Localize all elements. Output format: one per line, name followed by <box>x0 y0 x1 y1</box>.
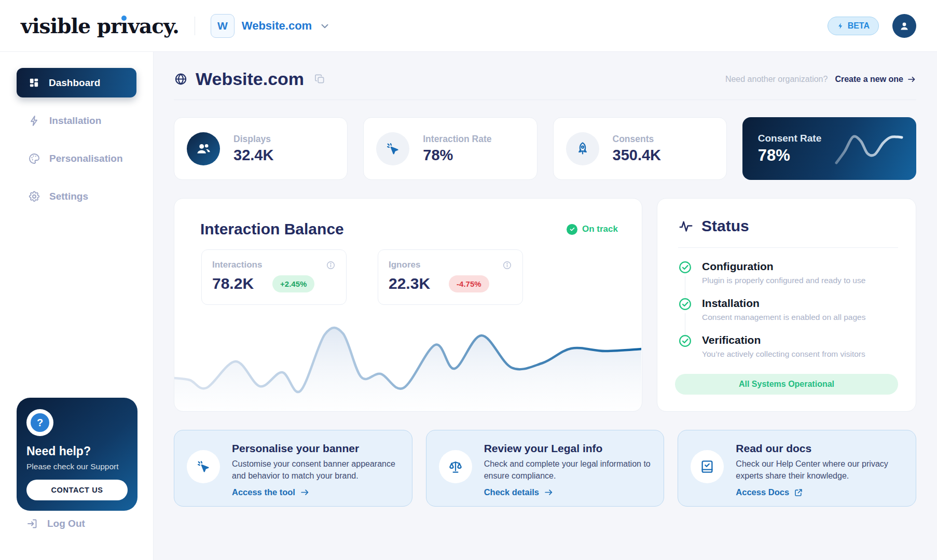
sidebar-item-dashboard[interactable]: Dashboard <box>17 68 136 97</box>
org-initial-badge: W <box>211 14 235 38</box>
status-item-title: Verification <box>702 334 865 346</box>
main-content: Website.com Need another organization? C… <box>153 52 937 560</box>
contact-us-button[interactable]: CONTACT US <box>26 480 128 500</box>
access-docs-link[interactable]: Access Docs <box>736 487 904 497</box>
avatar[interactable] <box>892 14 916 38</box>
topbar-right: BETA <box>828 14 916 38</box>
access-the-tool-link[interactable]: Access the tool <box>232 487 401 497</box>
top-bar: visible prıvacy. W Website.com BETA <box>0 0 937 52</box>
metric-delta-badge: -4.75% <box>449 275 489 292</box>
check-details-link[interactable]: Check details <box>484 487 653 497</box>
logo-text: visible pr <box>21 14 121 38</box>
activity-icon <box>678 218 694 234</box>
metric-delta-badge: +2.45% <box>272 275 314 292</box>
consent-rate-sparkline <box>832 130 905 168</box>
grid-icon <box>28 77 40 89</box>
stat-label: Interaction Rate <box>423 134 491 145</box>
status-item-title: Installation <box>702 297 865 310</box>
topbar-divider <box>195 17 195 35</box>
status-panel: Status Configuration Plugin is properly … <box>657 198 916 412</box>
action-link-label: Access the tool <box>232 487 295 497</box>
action-card-title: Personalise your banner <box>232 442 401 455</box>
middle-row: Interaction Balance On track Interaction… <box>174 198 916 412</box>
check-circle-icon <box>678 334 692 348</box>
status-item-desc: Plugin is properly configured and ready … <box>702 276 865 285</box>
metric-label: Ignores <box>389 260 420 270</box>
need-org-text: Need another organization? <box>725 75 828 84</box>
action-card-legal: Review your Legal info Check and complet… <box>426 430 665 507</box>
check-circle-icon <box>678 297 692 311</box>
sidebar-item-personalisation[interactable]: Personalisation <box>17 144 139 173</box>
action-card-desc: Customise your consent banner appearance… <box>232 458 401 482</box>
interaction-balance-chart <box>174 322 641 411</box>
status-item-desc: Consent management is enabled on all pag… <box>702 313 865 322</box>
arrow-right-icon <box>300 487 310 497</box>
on-track-label: On track <box>582 224 618 234</box>
stat-label: Consents <box>613 134 662 145</box>
sidebar-item-label: Personalisation <box>49 153 123 164</box>
action-card-title: Read our docs <box>736 442 904 455</box>
stats-row: Displays 32.4K Interaction Rate 78% <box>174 117 916 180</box>
interaction-balance-panel: Interaction Balance On track Interaction… <box>174 198 642 412</box>
help-subtitle: Please check our Support <box>26 462 128 471</box>
sidebar-item-label: Settings <box>49 191 88 202</box>
logo-blue-dot-i: ı <box>121 14 128 38</box>
rocket-icon <box>566 132 599 165</box>
action-card-desc: Check and complete your legal informatio… <box>484 458 653 482</box>
help-title: Need help? <box>26 444 128 458</box>
info-icon[interactable] <box>326 260 336 270</box>
status-item-installation: Installation Consent management is enabl… <box>678 297 898 322</box>
action-card-desc: Check our Help Center where our privacy … <box>736 458 904 482</box>
palette-icon <box>28 152 40 165</box>
book-check-icon <box>691 450 724 483</box>
stat-value: 78% <box>758 146 821 165</box>
status-item-configuration: Configuration Plugin is properly configu… <box>678 260 898 285</box>
metric-label: Interactions <box>212 260 262 270</box>
header-divider <box>174 100 916 100</box>
sidebar-item-label: Dashboard <box>49 77 100 89</box>
copy-icon[interactable] <box>314 73 326 85</box>
action-card-title: Review your Legal info <box>484 442 653 455</box>
panel-title: Interaction Balance <box>200 220 344 238</box>
metric-box-ignores: Ignores 22.3K -4.75% <box>378 249 523 305</box>
stat-value: 350.4K <box>613 147 662 164</box>
beta-badge: BETA <box>828 17 879 35</box>
info-icon[interactable] <box>502 260 512 270</box>
app-root: visible prıvacy. W Website.com BETA <box>0 0 937 560</box>
sidebar-item-label: Installation <box>49 115 101 127</box>
sidebar: Dashboard Installation Personalisation S… <box>0 52 154 560</box>
status-list: Configuration Plugin is properly configu… <box>678 260 898 359</box>
stat-card-displays: Displays 32.4K <box>174 117 348 180</box>
arrow-right-icon <box>907 75 916 84</box>
stat-card-interaction-rate: Interaction Rate 78% <box>363 117 537 180</box>
arrow-right-icon <box>544 487 554 497</box>
stat-label: Consent Rate <box>758 133 821 144</box>
actions-row: Personalise your banner Customise your c… <box>174 430 916 507</box>
metric-box-interactions: Interactions 78.2K +2.45% <box>201 249 347 305</box>
gear-icon <box>28 190 40 203</box>
panel-title: Status <box>701 217 749 235</box>
brand-logo: visible prıvacy. <box>21 14 179 38</box>
stat-value: 78% <box>423 147 491 164</box>
stat-label: Displays <box>233 134 273 145</box>
create-org-link[interactable]: Create a new one <box>835 75 916 84</box>
all-systems-banner: All Systems Operational <box>675 374 898 395</box>
create-org-label: Create a new one <box>835 75 903 84</box>
cursor-click-icon <box>376 132 409 165</box>
metric-value: 78.2K <box>212 275 254 292</box>
logout-label: Log Out <box>47 518 85 529</box>
status-item-desc: You’re actively collecting consent from … <box>702 349 865 359</box>
question-mark-icon: ? <box>31 413 49 432</box>
action-link-label: Access Docs <box>736 487 789 497</box>
org-switcher[interactable]: W Website.com <box>211 14 330 38</box>
status-item-verification: Verification You’re actively collecting … <box>678 334 898 359</box>
logo-text-end: vacy. <box>128 14 178 38</box>
metric-value: 22.3K <box>389 275 430 292</box>
sidebar-item-settings[interactable]: Settings <box>17 181 139 211</box>
logout-button[interactable]: Log Out <box>26 517 85 530</box>
logout-icon <box>26 517 38 530</box>
status-item-title: Configuration <box>702 260 865 273</box>
page-title: Website.com <box>196 69 304 89</box>
check-circle-icon <box>678 260 692 274</box>
sidebar-item-installation[interactable]: Installation <box>17 106 139 135</box>
